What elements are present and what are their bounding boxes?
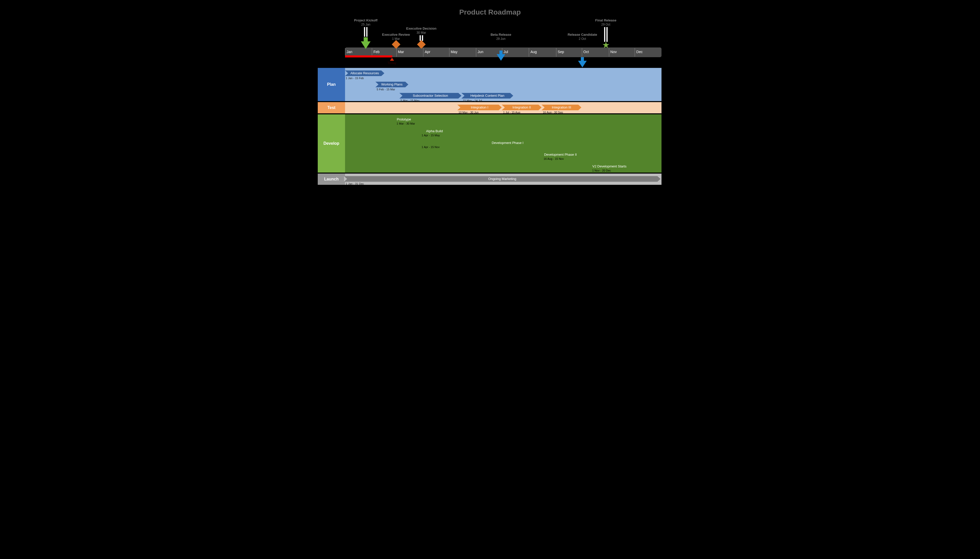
task-date: 5 Feb - 15 Mar (377, 88, 395, 91)
milestone-label-final: Final Release29 Oct (595, 18, 616, 26)
month-label: Jun (478, 50, 483, 54)
task-date: 16 Aug - 30 Sep (543, 111, 563, 114)
dev-item-title: V2 Development Starts (592, 164, 626, 168)
lane-develop: DevelopPrototype1 Mar - 30 MarAlpha Buil… (318, 114, 661, 172)
task-ongoing-marketing: Ongoing Marketing (344, 176, 661, 182)
month-tick (476, 48, 476, 56)
chart-title: Product Roadmap (304, 8, 676, 17)
task-label: Integration I (457, 105, 502, 110)
month-label: Sep (558, 50, 564, 54)
roadmap-stage: Product Roadmap JanFebMarAprMayJunJulAug… (304, 0, 676, 212)
month-label: Jul (504, 50, 508, 54)
lane-head-launch: Launch (318, 174, 345, 185)
month-tick (635, 48, 635, 56)
task-label: Integration III (542, 105, 582, 110)
task-label: Helpdesk Content Plan (461, 93, 513, 99)
task-date: 1 Jul - 15 Aug (503, 111, 520, 114)
dev-item-title: Prototype (397, 117, 411, 121)
elapsed-bar (345, 55, 392, 58)
lane-test: TestIntegration I10 May - 30 JunIntegrat… (318, 102, 661, 113)
lane-head-develop: Develop (318, 114, 345, 172)
month-tick (449, 48, 450, 56)
month-label: Apr (425, 50, 430, 54)
task-label: Ongoing Marketing (344, 176, 661, 182)
flag-icon (364, 27, 367, 37)
month-label: Mar (398, 50, 404, 54)
lane-launch: LaunchOngoing Marketing1 Jan - 31 Dec (318, 174, 661, 185)
task-date: 5 Mar - 15 May (401, 99, 420, 102)
task-subcontractor-selection: Subcontractor Selection (399, 93, 462, 99)
lane-body-plan: Allocate Resources1 Jan - 15 FebWorking … (345, 68, 661, 101)
month-label: Nov (610, 50, 617, 54)
dev-item-date: 1 Nov - 20 Dec (592, 169, 611, 172)
dev-item-date: 1 Apr - 15 Nov (421, 146, 440, 149)
dev-item-date: 1 Mar - 30 Mar (397, 122, 415, 125)
month-label: May (451, 50, 457, 54)
task-label: Integration II (502, 105, 542, 110)
lane-head-test: Test (318, 102, 345, 113)
month-label: Jan (347, 50, 352, 54)
arrow-down-icon (361, 41, 370, 49)
task-date: 1 Jan - 31 Dec (345, 182, 364, 185)
today-marker-icon (390, 58, 394, 61)
task-label: Working Plans (375, 82, 408, 87)
milestone-label-kickoff: Project Kickoff25 Jan (354, 18, 377, 26)
lane-body-launch: Ongoing Marketing1 Jan - 31 Dec (345, 174, 661, 185)
month-tick (582, 48, 582, 56)
dev-item-title: Alpha Build (426, 129, 443, 133)
task-integration-iii: Integration III (542, 105, 582, 110)
task-label: Subcontractor Selection (399, 93, 462, 99)
milestone-label-exec-decision: Executive Decision30 Mar (406, 26, 437, 35)
task-label: Allocate Resources (345, 70, 384, 76)
month-label: Oct (583, 50, 589, 54)
month-tick (423, 48, 423, 56)
month-label: Feb (373, 50, 380, 54)
month-label: Aug (530, 50, 537, 54)
lane-body-test: Integration I10 May - 30 JunIntegration … (345, 102, 661, 113)
month-label: Dec (636, 50, 643, 54)
task-integration-i: Integration I (457, 105, 502, 110)
milestone-label-exec-review: Executive Review1 Mar (382, 33, 410, 41)
dev-item-date: 1 Apr - 15 May (421, 134, 440, 137)
flag-icon (604, 27, 608, 42)
task-helpdesk-content-plan: Helpdesk Content Plan (461, 93, 513, 99)
milestone-label-rc: Release Candidate2 Oct (568, 33, 597, 41)
dev-item-date: 16 Aug - 15 Nov (544, 157, 564, 160)
lane-plan: PlanAllocate Resources1 Jan - 15 FebWork… (318, 68, 661, 101)
arrow-down-icon (578, 61, 587, 68)
task-date: 10 May - 30 Jun (459, 111, 479, 114)
lane-head-plan: Plan (318, 68, 345, 101)
task-date: 1 Jan - 15 Feb (345, 76, 364, 79)
star-icon: ★ (602, 42, 610, 48)
today-label: Today (387, 61, 397, 65)
milestone-label-beta: Beta Release29 Jun (491, 33, 511, 41)
lane-body-develop: Prototype1 Mar - 30 MarAlpha Build1 Apr … (345, 114, 661, 172)
dev-item-title: Development Phase I (492, 141, 524, 145)
arrow-down-icon (497, 54, 505, 61)
task-date: 15 May - 14 Jul (463, 99, 482, 102)
task-allocate-resources: Allocate Resources (345, 70, 384, 76)
dev-item-title: Development Phase II (544, 153, 577, 157)
task-integration-ii: Integration II (502, 105, 542, 110)
task-working-plans: Working Plans (375, 82, 408, 87)
